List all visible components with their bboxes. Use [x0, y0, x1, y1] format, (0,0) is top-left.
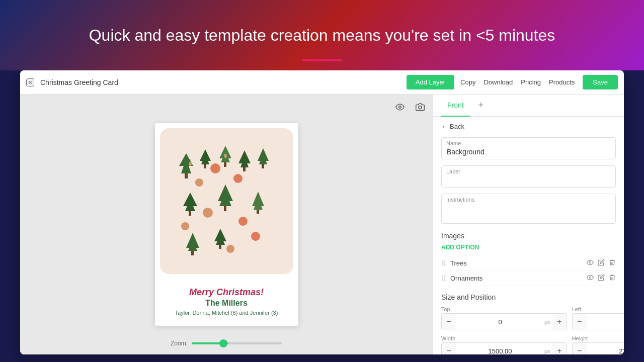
- edit-icon-trees[interactable]: [598, 259, 605, 267]
- width-input[interactable]: [456, 343, 544, 354]
- width-label: Width: [441, 335, 567, 341]
- svg-rect-28: [219, 245, 221, 249]
- back-arrow-icon: ←: [441, 123, 448, 130]
- visibility-toggle[interactable]: [392, 100, 408, 115]
- delete-icon-trees[interactable]: [609, 259, 616, 267]
- main-content: Merry Christmas! The Millers Taylor, Don…: [20, 95, 624, 354]
- height-input-wrap: − px +: [572, 342, 624, 354]
- add-option-button[interactable]: ADD OPTION: [441, 244, 479, 251]
- svg-marker-24: [252, 192, 264, 206]
- svg-point-39: [226, 245, 234, 253]
- images-section-title: Images: [441, 232, 616, 240]
- label-field: Label: [441, 165, 616, 188]
- height-input[interactable]: [587, 343, 624, 354]
- image-actions-trees: [587, 259, 616, 267]
- size-position-title: Size and Position: [441, 293, 616, 301]
- panel-tabs: Front +: [433, 95, 624, 117]
- svg-point-37: [181, 222, 189, 230]
- products-button[interactable]: Products: [549, 78, 575, 86]
- copy-button[interactable]: Copy: [460, 78, 475, 86]
- svg-rect-10: [224, 162, 226, 167]
- image-item-trees: ⠿ Trees: [441, 256, 616, 271]
- zoom-slider[interactable]: [192, 342, 282, 344]
- delete-icon-ornaments[interactable]: [609, 274, 616, 283]
- instructions-label: Instructions: [446, 197, 474, 203]
- pricing-button[interactable]: Pricing: [521, 78, 541, 86]
- top-plus-button[interactable]: +: [552, 314, 567, 330]
- left-field: Left − px +: [572, 306, 624, 330]
- svg-marker-6: [200, 149, 211, 161]
- height-minus-button[interactable]: −: [573, 343, 587, 354]
- back-button[interactable]: ← Back: [441, 123, 616, 130]
- image-item-ornaments: ⠿ Ornaments: [441, 271, 616, 286]
- panel-content[interactable]: ← Back Name Label Instructions: [433, 117, 624, 354]
- name-label: Name: [446, 140, 461, 146]
- svg-rect-19: [189, 211, 191, 216]
- label-input[interactable]: [441, 165, 616, 188]
- name-input[interactable]: [441, 137, 616, 159]
- tab-front[interactable]: Front: [441, 95, 470, 117]
- svg-point-34: [233, 174, 243, 183]
- svg-point-35: [203, 208, 213, 218]
- svg-point-0: [399, 106, 401, 109]
- visibility-icon-ornaments[interactable]: [587, 274, 594, 283]
- download-button[interactable]: Download: [484, 78, 513, 86]
- height-label: Height: [572, 335, 624, 341]
- left-label: Left: [572, 306, 624, 312]
- top-unit: px: [544, 319, 552, 325]
- family-name-text: The Millers: [161, 299, 292, 308]
- top-input[interactable]: [456, 314, 544, 330]
- svg-point-1: [419, 106, 422, 109]
- doc-title: Christmas Greeting Card: [40, 78, 400, 86]
- label-label: Label: [446, 168, 460, 174]
- svg-rect-7: [204, 164, 206, 168]
- svg-rect-16: [262, 164, 264, 168]
- left-input[interactable]: [587, 314, 624, 330]
- canvas-toolbar: [392, 100, 428, 115]
- top-label: Top: [441, 306, 567, 312]
- svg-rect-22: [224, 206, 226, 211]
- canvas-area: Merry Christmas! The Millers Taylor, Don…: [20, 95, 433, 354]
- svg-rect-25: [257, 210, 259, 214]
- camera-button[interactable]: [413, 100, 428, 115]
- svg-point-36: [238, 217, 248, 226]
- svg-rect-31: [191, 251, 194, 255]
- drag-handle-trees[interactable]: ⠿: [441, 259, 446, 267]
- instructions-field: Instructions: [441, 194, 616, 226]
- width-input-wrap: − px +: [441, 342, 567, 354]
- svg-marker-12: [238, 150, 251, 163]
- size-grid: Top − px + Left −: [441, 306, 616, 354]
- save-button[interactable]: Save: [583, 75, 618, 89]
- svg-marker-27: [214, 229, 226, 241]
- add-tab-button[interactable]: +: [474, 99, 488, 113]
- app-window: × Christmas Greeting Card Add Layer Copy…: [20, 70, 624, 354]
- visibility-icon-trees[interactable]: [587, 259, 594, 267]
- width-plus-button[interactable]: +: [552, 343, 567, 354]
- width-minus-button[interactable]: −: [442, 343, 456, 354]
- svg-point-32: [210, 163, 220, 173]
- header-banner: Quick and easy template creation means y…: [0, 0, 644, 70]
- left-minus-button[interactable]: −: [573, 314, 587, 330]
- name-field: Name: [441, 137, 616, 159]
- svg-point-43: [224, 154, 227, 158]
- svg-point-44: [589, 261, 591, 263]
- top-input-wrap: − px +: [441, 313, 567, 330]
- drag-handle-ornaments[interactable]: ⠿: [441, 275, 446, 283]
- toolbar: × Christmas Greeting Card Add Layer Copy…: [20, 70, 624, 95]
- left-input-wrap: − px +: [572, 313, 624, 330]
- close-button[interactable]: ×: [26, 78, 34, 86]
- svg-point-38: [251, 232, 260, 241]
- merry-christmas-text: Merry Christmas!: [161, 287, 292, 298]
- svg-marker-30: [186, 233, 199, 248]
- header-title: Quick and easy template creation means y…: [89, 26, 555, 45]
- right-panel: Front + ← Back Name Label: [433, 95, 624, 354]
- top-minus-button[interactable]: −: [442, 314, 456, 330]
- card-text-area: Merry Christmas! The Millers Taylor, Don…: [155, 279, 298, 326]
- svg-rect-13: [243, 167, 246, 171]
- svg-point-33: [195, 178, 203, 187]
- svg-marker-21: [218, 185, 233, 201]
- edit-icon-ornaments[interactable]: [598, 274, 605, 283]
- width-field: Width − px +: [441, 335, 567, 354]
- width-unit: px: [544, 348, 552, 354]
- add-layer-button[interactable]: Add Layer: [407, 75, 454, 89]
